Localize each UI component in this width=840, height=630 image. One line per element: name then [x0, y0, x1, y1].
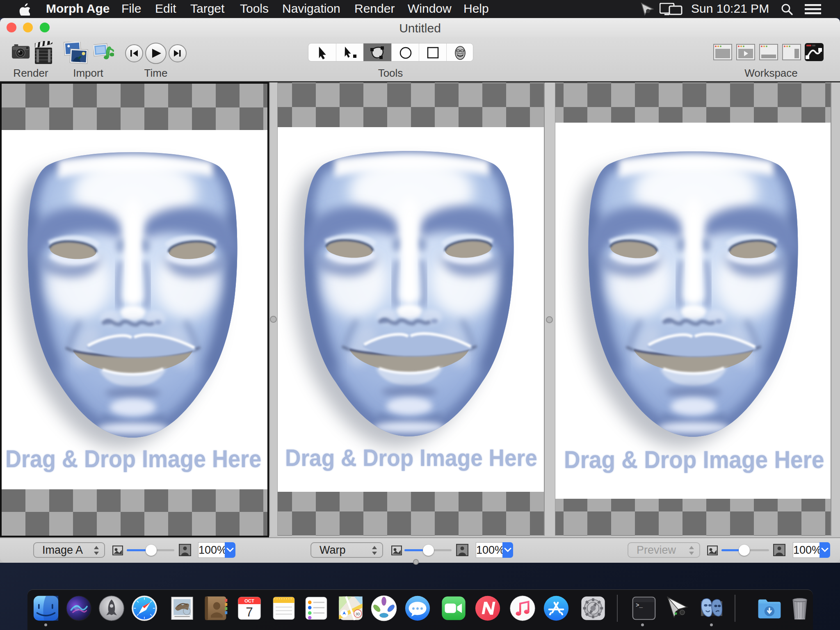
- svg-text:OCT: OCT: [244, 598, 254, 603]
- svg-text:3D: 3D: [356, 612, 360, 616]
- svg-text:>_: >_: [636, 602, 643, 609]
- svg-text:7: 7: [246, 605, 253, 619]
